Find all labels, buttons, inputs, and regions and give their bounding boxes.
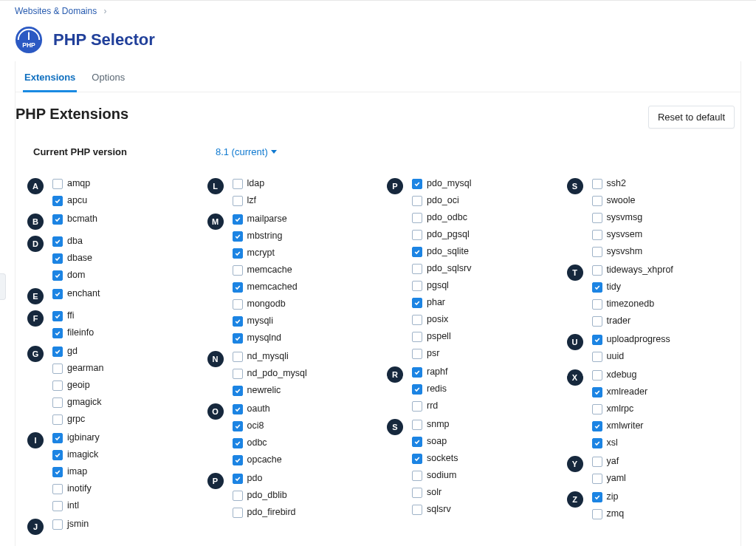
extension-lzf[interactable]: lzf: [233, 194, 265, 208]
extension-gmagick[interactable]: gmagick: [52, 395, 103, 409]
checkbox[interactable]: [233, 316, 243, 327]
extension-xdebug[interactable]: xdebug: [592, 368, 648, 382]
checkbox[interactable]: [52, 484, 63, 494]
checkbox[interactable]: [52, 179, 63, 189]
checkbox[interactable]: [52, 364, 63, 374]
extension-tideways_xhprof[interactable]: tideways_xhprof: [592, 263, 673, 277]
extension-ssh2[interactable]: ssh2: [592, 177, 643, 191]
extension-ffi[interactable]: ffi: [52, 309, 94, 323]
checkbox[interactable]: [592, 370, 602, 381]
checkbox[interactable]: [52, 347, 63, 357]
extension-bcmath[interactable]: bcmath: [52, 212, 97, 226]
checkbox[interactable]: [592, 387, 602, 397]
checkbox[interactable]: [52, 450, 63, 460]
checkbox[interactable]: [592, 213, 602, 223]
extension-yaf[interactable]: yaf: [592, 454, 626, 468]
checkbox[interactable]: [412, 298, 422, 308]
checkbox[interactable]: [412, 315, 422, 325]
extension-phar[interactable]: phar: [412, 296, 471, 310]
extension-mongodb[interactable]: mongodb: [233, 297, 298, 311]
extension-geoip[interactable]: geoip: [52, 378, 103, 392]
extension-yaml[interactable]: yaml: [592, 471, 626, 485]
extension-oauth[interactable]: oauth: [233, 402, 282, 416]
checkbox[interactable]: [592, 438, 602, 448]
extension-xmlreader[interactable]: xmlreader: [592, 385, 648, 399]
extension-zmq[interactable]: zmq: [592, 507, 625, 521]
checkbox[interactable]: [233, 248, 243, 259]
extension-pdo[interactable]: pdo: [233, 471, 296, 485]
extension-tidy[interactable]: tidy: [592, 280, 673, 294]
checkbox[interactable]: [592, 421, 602, 431]
extension-uploadprogress[interactable]: uploadprogress: [592, 332, 670, 347]
checkbox[interactable]: [412, 505, 422, 515]
checkbox[interactable]: [412, 247, 422, 257]
checkbox[interactable]: [233, 265, 243, 276]
checkbox[interactable]: [52, 501, 63, 511]
checkbox[interactable]: [412, 420, 422, 430]
extension-oci8[interactable]: oci8: [233, 419, 282, 433]
extension-sockets[interactable]: sockets: [412, 451, 458, 465]
extension-pdo_dblib[interactable]: pdo_dblib: [233, 488, 296, 502]
checkbox[interactable]: [52, 414, 63, 425]
breadcrumb-websites-domains[interactable]: Websites & Domains: [15, 6, 97, 16]
checkbox[interactable]: [233, 299, 243, 310]
extension-sysvsem[interactable]: sysvsem: [592, 228, 643, 242]
checkbox[interactable]: [412, 488, 422, 498]
extension-sysvmsg[interactable]: sysvmsg: [592, 211, 643, 225]
checkbox[interactable]: [412, 401, 422, 412]
checkbox[interactable]: [233, 214, 243, 225]
extension-odbc[interactable]: odbc: [233, 436, 282, 450]
extension-pspell[interactable]: pspell: [412, 330, 471, 344]
side-collapse-handle[interactable]: [0, 273, 6, 300]
checkbox[interactable]: [52, 397, 63, 408]
extension-amqp[interactable]: amqp: [52, 177, 90, 191]
extension-pdo_sqlsrv[interactable]: pdo_sqlsrv: [412, 262, 471, 276]
extension-trader[interactable]: trader: [592, 314, 673, 328]
checkbox[interactable]: [52, 381, 63, 391]
checkbox[interactable]: [412, 349, 422, 359]
extension-posix[interactable]: posix: [412, 313, 471, 327]
extension-solr[interactable]: solr: [412, 485, 458, 499]
checkbox[interactable]: [233, 196, 243, 206]
extension-sqlsrv[interactable]: sqlsrv: [412, 502, 458, 516]
checkbox[interactable]: [52, 270, 63, 281]
extension-ldap[interactable]: ldap: [233, 177, 265, 191]
extension-jsmin[interactable]: jsmin: [52, 517, 89, 531]
extension-dom[interactable]: dom: [52, 268, 92, 282]
checkbox[interactable]: [233, 386, 243, 396]
tab-extensions[interactable]: Extensions: [23, 72, 77, 92]
extension-apcu[interactable]: apcu: [52, 194, 90, 208]
extension-grpc[interactable]: grpc: [52, 412, 103, 426]
extension-newrelic[interactable]: newrelic: [233, 383, 307, 397]
checkbox[interactable]: [412, 437, 422, 447]
checkbox[interactable]: [233, 369, 243, 379]
checkbox[interactable]: [592, 404, 602, 414]
checkbox[interactable]: [592, 230, 602, 240]
checkbox[interactable]: [52, 236, 63, 247]
checkbox[interactable]: [412, 213, 422, 223]
checkbox[interactable]: [412, 264, 422, 274]
extension-intl[interactable]: intl: [52, 499, 100, 513]
extension-mysqlnd[interactable]: mysqlnd: [233, 331, 298, 345]
extension-rrd[interactable]: rrd: [412, 399, 448, 413]
extension-pdo_firebird[interactable]: pdo_firebird: [233, 505, 296, 519]
extension-soap[interactable]: soap: [412, 434, 458, 448]
checkbox[interactable]: [592, 196, 602, 206]
extension-imap[interactable]: imap: [52, 465, 100, 479]
extension-igbinary[interactable]: igbinary: [52, 431, 100, 445]
checkbox[interactable]: [412, 367, 422, 378]
extension-pdo_pgsql[interactable]: pdo_pgsql: [412, 228, 471, 242]
checkbox[interactable]: [52, 289, 63, 299]
checkbox[interactable]: [233, 421, 243, 431]
extension-zip[interactable]: zip: [592, 490, 625, 504]
extension-mysqli[interactable]: mysqli: [233, 314, 298, 328]
extension-pdo_mysql[interactable]: pdo_mysql: [412, 177, 471, 191]
checkbox[interactable]: [592, 316, 602, 327]
checkbox[interactable]: [52, 433, 63, 443]
extension-pgsql[interactable]: pgsql: [412, 279, 471, 293]
checkbox[interactable]: [233, 491, 243, 501]
extension-mbstring[interactable]: mbstring: [233, 229, 298, 243]
checkbox[interactable]: [412, 471, 422, 481]
checkbox[interactable]: [412, 179, 422, 189]
extension-mcrypt[interactable]: mcrypt: [233, 246, 298, 260]
